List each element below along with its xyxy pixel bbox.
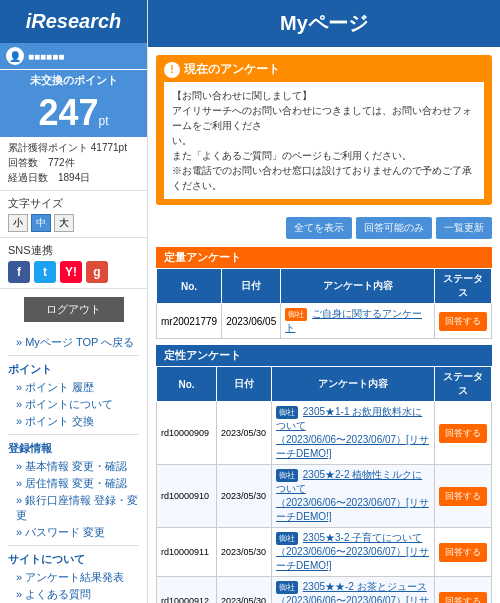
teiryo-table: No. 日付 アンケート内容 ステータス mr20021779 2023/06/… [156,268,492,339]
font-large-button[interactable]: 大 [54,214,74,232]
user-area: 👤 ■■■■■■ [0,43,147,69]
survey-link[interactable]: 2305★2-2 植物性ミルクについて（2023/06/06〜2023/06/0… [276,469,429,522]
teisei-section-header: 定性アンケート [156,345,492,366]
col-no-header2: No. [157,367,217,402]
logo: iResearch [26,10,122,32]
row-date: 2023/05/30 [217,577,272,604]
nav-point-history[interactable]: ポイント 履歴 [8,379,139,396]
answerable-only-button[interactable]: 回答可能のみ [356,217,432,239]
table-row: rd10000909 2023/05/30 御社 2305★1-1 お飲用飲料水… [157,402,492,465]
points-detail: 累計獲得ポイント 41771pt 回答数 772件 経過日数 1894日 [0,137,147,191]
nav-point-about[interactable]: ポイントについて [8,396,139,413]
row-id: rd10000912 [157,577,217,604]
nav-address-info[interactable]: 居住情報 変更・確認 [8,475,139,492]
font-size-buttons: 小 中 大 [8,214,139,232]
nav-mytop[interactable]: Myページ TOP へ戻る [8,334,139,351]
logout-button[interactable]: ログアウト [24,297,124,322]
respond-button[interactable]: 回答する [439,592,487,604]
notice-icon: ! [164,62,180,78]
notice-title: ! 現在のアンケート [164,61,484,78]
font-size-label: 文字サイズ [8,196,139,211]
row-id: rd10000911 [157,528,217,577]
row-date: 2023/05/30 [217,465,272,528]
row-content: 御社 2305★3-2 子育てについて（2023/06/06〜2023/06/0… [272,528,435,577]
table-row: rd10000911 2023/05/30 御社 2305★3-2 子育てについ… [157,528,492,577]
tag-badge: 御社 [276,532,298,545]
sidebar: iResearch 👤 ■■■■■■ 未交換のポイント 247pt 累計獲得ポイ… [0,0,148,603]
row-status: 回答する [435,577,492,604]
google-icon[interactable]: g [86,261,108,283]
respond-button[interactable]: 回答する [439,543,487,562]
action-buttons: 全てを表示 回答可能のみ 一覧更新 [148,213,500,243]
nav-info-section: 登録情報 [8,441,139,456]
survey-link[interactable]: 2305★★-2 お茶とジュース（2023/06/06〜2023/06/07）[… [276,581,429,603]
points-unit: pt [99,114,109,128]
nav-point-exchange[interactable]: ポイント 交換 [8,413,139,430]
points-value-area: 247pt [0,91,147,137]
tag-badge: 御社 [276,406,298,419]
row-date: 2023/05/30 [217,402,272,465]
respond-button[interactable]: 回答する [439,487,487,506]
notice-body: 【お問い合わせに関しまして】 アイリサーチへのお問い合わせにつきましては、お問い… [164,82,484,199]
nav-faq[interactable]: よくある質問 [8,586,139,603]
col-date-header2: 日付 [217,367,272,402]
row-status: 回答する [435,402,492,465]
facebook-icon[interactable]: f [8,261,30,283]
col-content-header2: アンケート内容 [272,367,435,402]
bulk-update-button[interactable]: 一覧更新 [436,217,492,239]
col-no-header: No. [157,269,222,304]
col-date-header: 日付 [222,269,281,304]
respond-button[interactable]: 回答する [439,312,487,331]
nav-password[interactable]: パスワード 変更 [8,524,139,541]
sidebar-nav: Myページ TOP へ戻る ポイント ポイント 履歴 ポイントについて ポイント… [0,330,147,603]
respond-button[interactable]: 回答する [439,424,487,443]
row-status: 回答する [435,465,492,528]
show-all-button[interactable]: 全てを表示 [286,217,352,239]
row-content: 御社 ご自身に関するアンケート [281,304,435,339]
surveys-label: 回答数 772件 [8,156,139,170]
cumulative-label: 累計獲得ポイント 41771pt [8,141,139,155]
logo-area: iResearch [0,0,147,43]
row-status: 回答する [435,304,492,339]
survey-link[interactable]: 2305★3-2 子育てについて（2023/06/06〜2023/06/07）[… [276,532,429,571]
font-size-area: 文字サイズ 小 中 大 [0,191,147,238]
row-id: rd10000910 [157,465,217,528]
main-content: Myページ ! 現在のアンケート 【お問い合わせに関しまして】 アイリサーチへの… [148,0,500,603]
teisei-table: No. 日付 アンケート内容 ステータス rd10000909 2023/05/… [156,366,492,603]
row-content: 御社 2305★★-2 お茶とジュース（2023/06/06〜2023/06/0… [272,577,435,604]
nav-basic-info[interactable]: 基本情報 変更・確認 [8,458,139,475]
sns-icons: f t Y! g [8,261,139,283]
survey-link[interactable]: 2305★1-1 お飲用飲料水について（2023/06/06〜2023/06/0… [276,406,429,459]
teiryo-section-header: 定量アンケート [156,247,492,268]
font-medium-button[interactable]: 中 [31,214,51,232]
row-id: mr20021779 [157,304,222,339]
tag-badge: 御社 [276,581,298,594]
points-header: 未交換のポイント [0,70,147,91]
row-content: 御社 2305★2-2 植物性ミルクについて（2023/06/06〜2023/0… [272,465,435,528]
user-name: ■■■■■■ [28,51,64,62]
main-header: Myページ [148,0,500,47]
row-date: 2023/06/05 [222,304,281,339]
nav-point-section: ポイント [8,362,139,377]
days-label: 経過日数 1894日 [8,171,139,185]
yahoo-icon[interactable]: Y! [60,261,82,283]
col-status-header2: ステータス [435,367,492,402]
nav-survey-results[interactable]: アンケート結果発表 [8,569,139,586]
font-small-button[interactable]: 小 [8,214,28,232]
tag-badge: 御社 [276,469,298,482]
table-row: mr20021779 2023/06/05 御社 ご自身に関するアンケート 回答… [157,304,492,339]
row-id: rd10000909 [157,402,217,465]
row-date: 2023/05/30 [217,528,272,577]
row-content: 御社 2305★1-1 お飲用飲料水について（2023/06/06〜2023/0… [272,402,435,465]
tag-badge: 御社 [285,308,307,321]
user-icon: 👤 [6,47,24,65]
sns-label: SNS連携 [8,243,139,258]
sns-area: SNS連携 f t Y! g [0,238,147,289]
row-status: 回答する [435,528,492,577]
table-row: rd10000910 2023/05/30 御社 2305★2-2 植物性ミルク… [157,465,492,528]
twitter-icon[interactable]: t [34,261,56,283]
notice-box: ! 現在のアンケート 【お問い合わせに関しまして】 アイリサーチへのお問い合わせ… [156,55,492,205]
nav-bank-info[interactable]: 銀行口座情報 登録・変更 [8,492,139,524]
points-value: 247 [38,92,98,133]
col-status-header: ステータス [435,269,492,304]
